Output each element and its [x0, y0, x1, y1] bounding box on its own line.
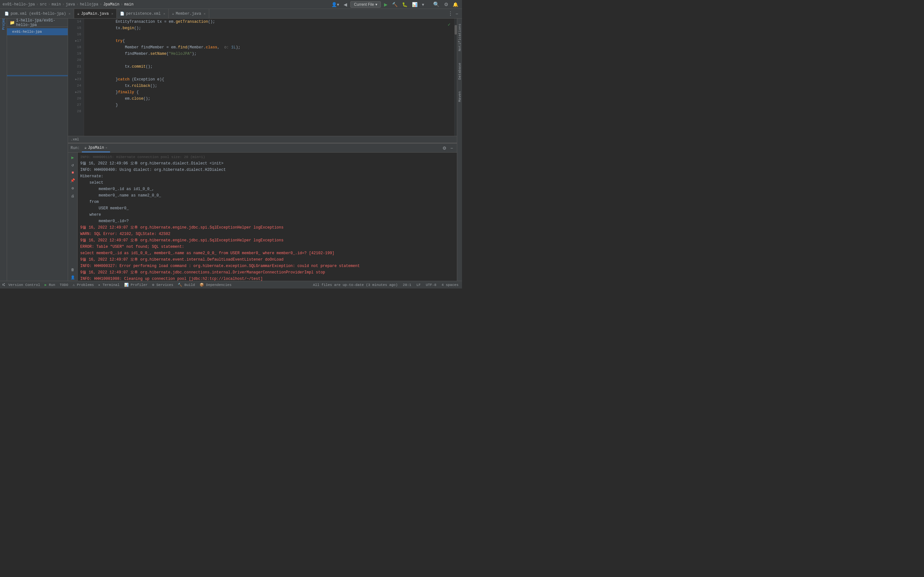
- restore-tool-button[interactable]: 👤: [69, 274, 76, 281]
- left-sidebar: Project: [0, 19, 7, 281]
- build-tab-button[interactable]: 🔨 Build: [177, 283, 196, 287]
- breadcrumb-item-4: java: [66, 2, 75, 7]
- back-button[interactable]: ◀: [342, 1, 349, 8]
- breadcrumb-item-2: src: [40, 2, 47, 7]
- maven-panel-tab[interactable]: Maven: [457, 89, 462, 105]
- tab-pom[interactable]: 📄 pom.xml (ex01-hello-jpa) ✕: [1, 9, 74, 18]
- console-line-1: 9월 16, 2022 12:49:06 오후 org.hibernate.di…: [80, 160, 454, 167]
- run-tab-button[interactable]: ▶ Run: [44, 283, 56, 287]
- console-line-name: member0_.name as name2_0_0_: [80, 192, 454, 199]
- file-tree-content: ex01-hello-jpa: [7, 27, 68, 37]
- dependencies-tab-button[interactable]: 📦 Dependencies: [199, 283, 233, 287]
- services-label: Services: [156, 283, 173, 287]
- console-line-err6: INFO: HHH000327: Error performing load c…: [80, 263, 454, 269]
- code-line-20: [84, 57, 454, 63]
- more-run-button[interactable]: ▾: [421, 1, 425, 8]
- version-control-label[interactable]: Version Control: [7, 283, 41, 287]
- line-24: 24: [68, 83, 84, 89]
- console-tab-jpamain[interactable]: ☕ JpaMain ✕: [82, 143, 110, 152]
- build-button[interactable]: 🔨: [391, 1, 399, 8]
- debug-button[interactable]: 🐛: [401, 1, 409, 8]
- dependencies-icon: 📦: [200, 283, 204, 287]
- notifications-panel-tab[interactable]: Notifications: [457, 21, 462, 54]
- tab-persistence[interactable]: 📄 persistence.xml ✕: [117, 9, 169, 18]
- settings2-tool-button[interactable]: ⚙: [69, 185, 76, 192]
- code-editor[interactable]: 14 15 16 ▶ 17 18: [68, 19, 457, 136]
- dependencies-label: Dependencies: [206, 283, 231, 287]
- run-button[interactable]: ▶: [383, 1, 389, 8]
- status-bar-left: ⑆ Version Control ▶ Run TODO ⚠ Problems …: [3, 283, 233, 287]
- code-line-19: findMember.setName("HelloJPA");: [84, 51, 454, 57]
- line-separator[interactable]: LF: [415, 283, 422, 287]
- minimize-editor-button[interactable]: −: [454, 11, 459, 17]
- code-content[interactable]: EntityTransaction tx = em.getTransaction…: [84, 19, 454, 136]
- code-line-26: em.close();: [84, 95, 454, 102]
- pin-tool-button[interactable]: 📌: [69, 177, 76, 184]
- console-tab-name: JpaMain: [88, 145, 104, 150]
- console-settings-button[interactable]: ⚙: [441, 145, 448, 151]
- tab-persistence-close[interactable]: ✕: [163, 12, 165, 16]
- tab-options-button[interactable]: ⋮: [447, 10, 454, 17]
- code-line-15: tx.begin();: [84, 25, 454, 31]
- services-tab-button[interactable]: ⚙ Services: [151, 283, 174, 287]
- cursor-position[interactable]: 28:1: [402, 283, 412, 287]
- project-icon[interactable]: Project: [0, 20, 7, 26]
- console-line-where: where: [80, 211, 454, 218]
- updates-icon[interactable]: 🔔: [451, 1, 459, 8]
- code-line-18: Member findMember = em.find(Member.class…: [84, 44, 454, 51]
- editor-scrollbar[interactable]: [454, 19, 457, 136]
- tree-item-selected[interactable]: ex01-hello-jpa: [7, 28, 68, 35]
- file-type-label: .xml: [68, 136, 457, 143]
- tab-jpamain-close[interactable]: ✕: [111, 12, 113, 16]
- tab-member-close[interactable]: ✕: [204, 12, 206, 16]
- console-minimize-button[interactable]: −: [449, 145, 454, 151]
- coverage-button[interactable]: 📊: [411, 1, 419, 8]
- tab-pom-close[interactable]: ✕: [69, 12, 71, 16]
- file-tree: 📁 1-hello-jpa/ex01-hello-jpa ex01-hello-…: [7, 19, 68, 281]
- version-control-icon: ⑆: [3, 283, 5, 287]
- print-tool-button[interactable]: 🖨: [69, 192, 76, 199]
- editor-area: 14 15 16 ▶ 17 18: [68, 19, 457, 281]
- run-tool-button[interactable]: ▶: [69, 154, 76, 161]
- settings-button[interactable]: ⚙: [443, 1, 449, 8]
- console-area: Run: ☕ JpaMain ✕ ⚙ − ▶ ↺ ■ 📌 ⚙: [68, 143, 457, 281]
- console-line-err4: select member0_.id as id1_0_0_, member0_…: [80, 250, 454, 256]
- tab-jpamain[interactable]: ☕ JpaMain.java ✕: [74, 9, 117, 18]
- profiler-label: Profiler: [131, 283, 148, 287]
- status-bar: ⑆ Version Control ▶ Run TODO ⚠ Problems …: [0, 281, 462, 288]
- console-header: Run: ☕ JpaMain ✕ ⚙ −: [68, 143, 457, 153]
- terminal-tab-button[interactable]: ▸ Terminal: [97, 283, 121, 287]
- code-line-21: tx.commit();: [84, 63, 454, 70]
- console-line-select: select: [80, 179, 454, 186]
- console-line-2: INFO: HHH000400: Using dialect: org.hibe…: [80, 167, 454, 173]
- problems-tab-button[interactable]: ⚠ Problems: [71, 283, 95, 287]
- indent-label[interactable]: 4 spaces: [441, 283, 459, 287]
- status-message: All files are up-to-date (3 minutes ago): [312, 283, 399, 287]
- breadcrumb-item-7: main: [124, 2, 134, 7]
- persistence-icon: 📄: [120, 11, 124, 16]
- jpamain-icon: ☕: [78, 11, 79, 16]
- console-actions: ⚙ −: [441, 145, 454, 151]
- code-line-25: }finally {: [84, 89, 454, 95]
- database-panel-tab[interactable]: Database: [457, 60, 462, 82]
- user-icon[interactable]: 👤▾: [330, 1, 341, 8]
- console-line-from: from: [80, 199, 454, 205]
- console-tab-close[interactable]: ✕: [105, 146, 107, 150]
- breadcrumb-item-6: JpaMain: [103, 2, 120, 7]
- console-line-err7: 9월 16, 2022 12:49:07 오후 org.hibernate.jd…: [80, 269, 454, 276]
- status-bar-right: All files are up-to-date (3 minutes ago)…: [312, 283, 459, 287]
- rerun-tool-button[interactable]: ↺: [69, 161, 76, 169]
- search-button[interactable]: 🔍: [432, 1, 441, 8]
- line-19: 19: [68, 51, 84, 57]
- code-line-16: [84, 31, 454, 38]
- tab-member[interactable]: ☕ Member.java ✕: [169, 9, 209, 18]
- todo-tab-button[interactable]: TODO: [59, 283, 69, 287]
- file-tree-root-label: 1-hello-jpa/ex01-hello-jpa: [16, 19, 65, 27]
- profiler-tab-button[interactable]: 📊 Profiler: [123, 283, 149, 287]
- run-config-button[interactable]: Current File ▾: [351, 1, 381, 8]
- encoding-label[interactable]: UTF-8: [425, 283, 437, 287]
- clear-tool-button[interactable]: 🗑: [69, 266, 76, 273]
- stop-tool-button[interactable]: ■: [69, 169, 76, 176]
- top-bar: ex01-hello-jpa › src › main › java › hel…: [0, 0, 462, 9]
- line-22: 22: [68, 70, 84, 76]
